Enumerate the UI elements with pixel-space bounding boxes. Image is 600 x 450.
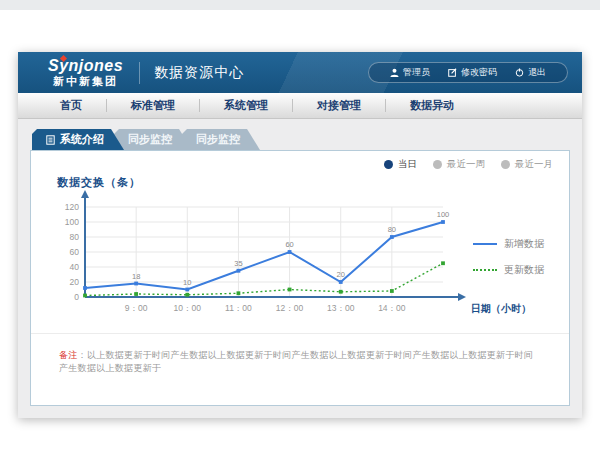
radio-label: 最近一月 <box>515 158 553 171</box>
svg-text:14：00: 14：00 <box>378 303 406 313</box>
svg-text:60: 60 <box>70 247 80 257</box>
svg-text:10: 10 <box>183 278 191 287</box>
document-icon <box>46 135 55 145</box>
svg-text:80: 80 <box>70 232 80 242</box>
svg-text:40: 40 <box>70 262 80 272</box>
svg-text:60: 60 <box>285 240 293 249</box>
legend-label: 更新数据 <box>504 263 544 277</box>
blue-line-icon <box>473 243 497 245</box>
svg-text:100: 100 <box>437 210 450 219</box>
svg-text:12：00: 12：00 <box>276 303 304 313</box>
svg-text:0: 0 <box>74 292 79 302</box>
nav-item-interface-mgmt[interactable]: 对接管理 <box>293 99 386 112</box>
legend-label: 新增数据 <box>504 237 544 251</box>
top-strip <box>0 0 600 10</box>
tab-sync-monitor-1[interactable]: 同步监控 <box>114 129 192 150</box>
green-dotted-line-icon <box>473 269 497 271</box>
svg-text:18: 18 <box>132 272 140 281</box>
tab-system-intro[interactable]: 系统介绍 <box>32 129 124 150</box>
note-prefix: 备注 <box>59 350 78 360</box>
legend-item-updated-data: 更新数据 <box>473 263 544 277</box>
svg-text:120: 120 <box>65 202 79 212</box>
change-password-button[interactable]: 修改密码 <box>439 66 506 79</box>
svg-text:80: 80 <box>388 225 396 234</box>
tab-sync-monitor-2[interactable]: 同步监控 <box>182 129 260 150</box>
svg-text:20: 20 <box>337 270 345 279</box>
user-toolbar: 管理员 修改密码 退出 <box>368 62 568 83</box>
svg-text:35: 35 <box>234 259 242 268</box>
company-logo: Synjones 新中新集团 <box>48 58 123 87</box>
page-title: 数据资源中心 <box>154 64 244 82</box>
nav-item-system-mgmt[interactable]: 系统管理 <box>200 99 293 112</box>
tab-label: 系统介绍 <box>60 129 104 150</box>
header-divider <box>139 62 140 84</box>
logout-button[interactable]: 退出 <box>506 66 555 79</box>
svg-text:10：00: 10：00 <box>174 303 202 313</box>
time-range-filter: 当日 最近一周 最近一月 <box>384 158 553 171</box>
edit-icon <box>448 68 457 77</box>
radio-last-month[interactable]: 最近一月 <box>501 158 553 171</box>
user-icon <box>390 68 399 77</box>
tab-label: 同步监控 <box>128 133 172 145</box>
legend-item-new-data: 新增数据 <box>473 237 544 251</box>
radio-today[interactable]: 当日 <box>384 158 417 171</box>
chart-panel: 当日 最近一周 最近一月 数据交换（条） 0204060801001209：00… <box>30 150 570 406</box>
nav-item-home[interactable]: 首页 <box>36 99 107 112</box>
radio-dot-icon <box>384 160 393 169</box>
content-area: 系统介绍 同步监控 同步监控 当日 最近一周 <box>18 119 582 418</box>
note-text: ：以上数据更新于时间产生数据以上数据更新于时间产生数据以上数据更新于时间产生数据… <box>59 350 533 373</box>
radio-dot-icon <box>501 160 510 169</box>
main-nav: 首页 标准管理 系统管理 对接管理 数据异动 <box>18 93 582 119</box>
logo-text-en: Synjones <box>48 58 123 74</box>
nav-item-standard-mgmt[interactable]: 标准管理 <box>107 99 200 112</box>
logo-text-cn: 新中新集团 <box>53 76 118 87</box>
power-icon <box>515 68 524 77</box>
svg-text:20: 20 <box>70 277 80 287</box>
nav-item-data-change[interactable]: 数据异动 <box>386 99 478 112</box>
tab-label: 同步监控 <box>196 133 240 145</box>
y-axis-title: 数据交换（条） <box>57 175 141 190</box>
svg-text:13：00: 13：00 <box>327 303 355 313</box>
svg-text:100: 100 <box>65 217 79 227</box>
svg-text:11：00: 11：00 <box>225 303 252 313</box>
radio-last-week[interactable]: 最近一周 <box>433 158 485 171</box>
svg-text:9：00: 9：00 <box>125 303 148 313</box>
tab-bar: 系统介绍 同步监控 同步监控 <box>32 129 570 150</box>
app-window: Synjones 新中新集团 数据资源中心 管理员 修改密码 <box>18 52 582 418</box>
chart-legend: 新增数据 更新数据 <box>473 237 544 277</box>
svg-text:日期（小时）: 日期（小时） <box>471 303 531 314</box>
radio-label: 最近一周 <box>447 158 485 171</box>
line-chart: 0204060801001209：0010：0011：0012：0013：001… <box>43 189 535 335</box>
footer-note: 备注：以上数据更新于时间产生数据以上数据更新于时间产生数据以上数据更新于时间产生… <box>31 333 569 405</box>
logout-label: 退出 <box>528 66 546 79</box>
radio-label: 当日 <box>398 158 417 171</box>
current-user[interactable]: 管理员 <box>381 66 439 79</box>
app-header: Synjones 新中新集团 数据资源中心 管理员 修改密码 <box>18 52 582 93</box>
radio-dot-icon <box>433 160 442 169</box>
change-password-label: 修改密码 <box>461 66 497 79</box>
user-name-label: 管理员 <box>403 66 430 79</box>
